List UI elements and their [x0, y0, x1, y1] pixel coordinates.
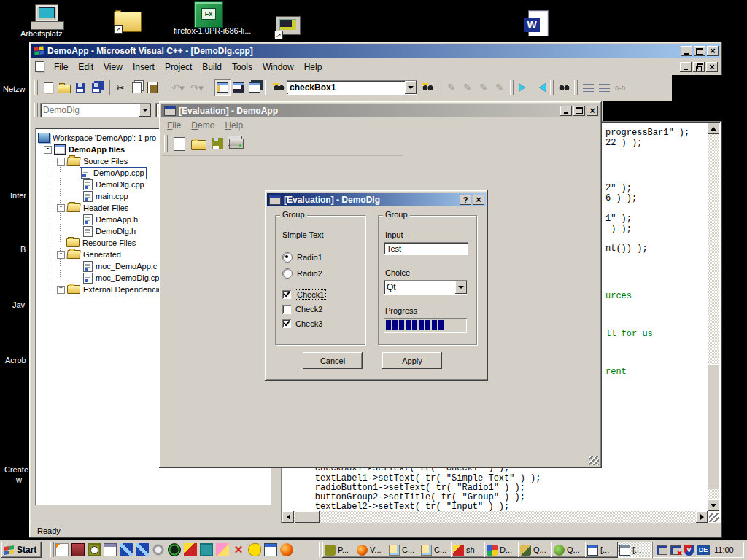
- horizontal-scrollbar[interactable]: [282, 511, 708, 523]
- tree-item-demoapp-files[interactable]: DemoApp files: [36, 144, 125, 155]
- find-combo[interactable]: [287, 80, 417, 95]
- horizontal-scroll-thumb[interactable]: [295, 511, 320, 523]
- tree-item-demodlg-cpp[interactable]: DemoDlg.cpp: [36, 179, 144, 190]
- apply-button[interactable]: Apply: [382, 352, 442, 369]
- check1-box[interactable]: [282, 290, 291, 299]
- tray-clock[interactable]: 11:00: [714, 545, 734, 554]
- fish-icon[interactable]: [248, 543, 261, 556]
- task-button-3[interactable]: C...: [387, 542, 420, 558]
- next-definition-button[interactable]: [516, 79, 532, 96]
- mail-icon[interactable]: [216, 543, 229, 556]
- antivirus-shield-icon[interactable]: V: [684, 545, 694, 556]
- demodlg-titlebar[interactable]: [Evaluation] - DemoDlg: [267, 192, 486, 206]
- form-window-icon[interactable]: [104, 543, 117, 556]
- browser-e-icon[interactable]: [152, 543, 165, 556]
- toolbar-grip[interactable]: [265, 80, 268, 95]
- toolbar-grip[interactable]: [34, 103, 38, 117]
- toolbar-grip[interactable]: [550, 80, 554, 95]
- network-error-tray-icon[interactable]: ✕: [670, 545, 681, 555]
- workspace-view-button[interactable]: [214, 79, 231, 96]
- word-doc-icon[interactable]: W: [524, 10, 549, 39]
- new-file-button[interactable]: [40, 79, 56, 96]
- class-combo-dropdown[interactable]: [139, 104, 151, 117]
- demoapp-close-button[interactable]: [587, 106, 598, 116]
- menu-edit[interactable]: Edit: [73, 61, 98, 74]
- choice-combo-dropdown[interactable]: [455, 281, 467, 294]
- toolbar-grip[interactable]: [107, 80, 110, 95]
- expand-icon[interactable]: [57, 286, 65, 294]
- my-computer-icon[interactable]: [28, 4, 66, 31]
- radio2-button[interactable]: [282, 268, 293, 279]
- toolbar-grip[interactable]: [510, 80, 514, 95]
- prev-definition-button[interactable]: [532, 79, 548, 96]
- collapse-icon[interactable]: [57, 251, 65, 259]
- demoapp-menu-file[interactable]: File: [162, 119, 186, 132]
- demoapp-maximize-button[interactable]: [573, 106, 585, 116]
- task-button-8[interactable]: Q...: [551, 542, 587, 558]
- tree-item-resource-files[interactable]: Resource Files: [36, 237, 136, 249]
- cut-button[interactable]: ✂: [112, 79, 128, 96]
- editor-resize-grip[interactable]: [709, 513, 719, 522]
- vertical-scroll-thumb[interactable]: [708, 364, 719, 489]
- demoapp-titlebar[interactable]: [Evaluation] - DemoApp: [161, 104, 600, 117]
- scroll-left-button[interactable]: [282, 511, 294, 523]
- tree-item-demodlg-h[interactable]: DemoDlg.h: [36, 225, 136, 237]
- task-button-10[interactable]: [...: [617, 542, 652, 558]
- task-button-4[interactable]: C...: [419, 542, 452, 558]
- package-icon[interactable]: [71, 543, 85, 556]
- collapse-icon[interactable]: [57, 204, 65, 212]
- copy-button[interactable]: [128, 79, 144, 96]
- menu-tools[interactable]: Tools: [227, 61, 258, 74]
- toolbar-grip[interactable]: [34, 80, 38, 95]
- radio1-control[interactable]: Radio1: [282, 252, 322, 262]
- tree-item-source-files[interactable]: Source Files: [36, 155, 128, 167]
- tree-item-moc-demodlg[interactable]: moc_DemoDlg.cp: [36, 272, 159, 284]
- undo-button[interactable]: ↶▾: [169, 79, 187, 96]
- demoapp-save-button[interactable]: [208, 134, 227, 153]
- task-button-7[interactable]: Q...: [518, 542, 553, 558]
- mdi-minimize-button[interactable]: [680, 62, 692, 72]
- calculator-icon[interactable]: [200, 543, 213, 556]
- wine-app-icon[interactable]: [184, 543, 197, 556]
- search-button[interactable]: [419, 79, 436, 96]
- close-x-icon[interactable]: ✕: [232, 543, 245, 556]
- windows-view-button[interactable]: [247, 79, 263, 96]
- demoapp-print-button[interactable]: [227, 134, 246, 153]
- indent-decrease-button[interactable]: [580, 79, 596, 96]
- network-tray-icon[interactable]: [657, 545, 667, 555]
- tree-item-header-files[interactable]: Header Files: [36, 202, 128, 214]
- check3-control[interactable]: Check3: [282, 319, 322, 328]
- close-button[interactable]: [707, 46, 719, 56]
- maximize-button[interactable]: [694, 46, 705, 56]
- whitespace-toggle-button[interactable]: a-b: [612, 79, 628, 96]
- menu-build[interactable]: Build: [197, 61, 227, 74]
- kde-app2-icon[interactable]: [136, 543, 149, 556]
- folder-shortcut-icon[interactable]: ↗: [114, 12, 143, 34]
- wizard-action-2-icon[interactable]: ✎: [460, 79, 476, 96]
- main-titlebar[interactable]: DemoApp - Microsoft Visual C++ - [DemoDl…: [31, 44, 720, 58]
- toolbar-grip[interactable]: [574, 80, 578, 95]
- task-button-2[interactable]: V...: [355, 542, 388, 558]
- input-field[interactable]: [384, 242, 468, 255]
- toolbar-grip[interactable]: [163, 80, 166, 95]
- menu-window[interactable]: Window: [258, 61, 299, 74]
- clock-icon[interactable]: [88, 543, 101, 556]
- task-button-6[interactable]: D...: [484, 542, 519, 558]
- kde-app-icon[interactable]: [120, 543, 133, 556]
- menu-insert[interactable]: Insert: [128, 61, 160, 74]
- indent-increase-button[interactable]: [596, 79, 612, 96]
- vertical-scrollbar[interactable]: [708, 122, 719, 511]
- scroll-up-button[interactable]: [708, 122, 719, 134]
- demodlg-close-button[interactable]: [473, 195, 484, 205]
- check1-control[interactable]: Check1: [282, 290, 325, 299]
- tree-item-moc-demoapp[interactable]: moc_DemoApp.c: [36, 260, 157, 272]
- tree-item-main-cpp[interactable]: main.cpp: [36, 190, 128, 202]
- menu-view[interactable]: View: [98, 61, 128, 74]
- wizard-action-4-icon[interactable]: ✎: [492, 79, 508, 96]
- output-view-button[interactable]: [231, 79, 247, 96]
- collapse-icon[interactable]: [44, 146, 52, 154]
- tree-item-demoapp-cpp[interactable]: DemoApp.cpp: [36, 167, 146, 179]
- cancel-button[interactable]: Cancel: [303, 352, 363, 369]
- notepad-icon[interactable]: [55, 543, 69, 556]
- paste-button[interactable]: [144, 79, 160, 96]
